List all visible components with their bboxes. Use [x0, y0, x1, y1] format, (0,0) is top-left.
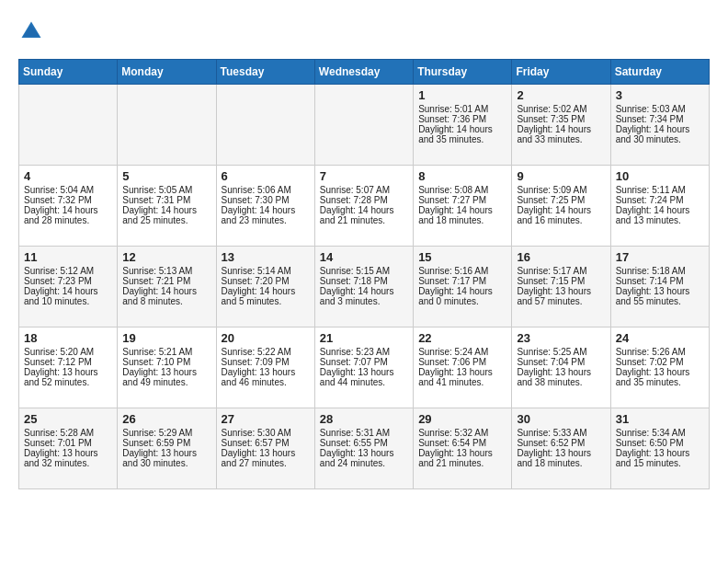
day-number: 22 [418, 331, 506, 345]
day-info: Sunset: 7:06 PM [418, 357, 506, 367]
day-info: Sunrise: 5:15 AM [320, 266, 408, 276]
calendar-cell: 14Sunrise: 5:15 AMSunset: 7:18 PMDayligh… [314, 247, 413, 327]
day-info: Daylight: 14 hours [320, 286, 408, 296]
day-info: Sunrise: 5:34 AM [616, 428, 704, 438]
day-info: Sunrise: 5:16 AM [418, 266, 506, 276]
day-info: Sunset: 7:15 PM [517, 276, 605, 286]
calendar-cell: 7Sunrise: 5:07 AMSunset: 7:28 PMDaylight… [314, 166, 413, 247]
day-number: 3 [616, 88, 704, 102]
day-info: Sunrise: 5:03 AM [616, 104, 704, 114]
calendar-cell: 5Sunrise: 5:05 AMSunset: 7:31 PMDaylight… [118, 166, 216, 247]
calendar-cell: 13Sunrise: 5:14 AMSunset: 7:20 PMDayligh… [216, 247, 314, 327]
calendar-cell: 23Sunrise: 5:25 AMSunset: 7:04 PMDayligh… [512, 327, 610, 408]
calendar-cell [216, 85, 314, 166]
day-info: Daylight: 14 hours [418, 286, 506, 296]
day-number: 29 [418, 412, 506, 426]
calendar-cell: 26Sunrise: 5:29 AMSunset: 6:59 PMDayligh… [118, 408, 216, 489]
day-info: Daylight: 13 hours [517, 448, 605, 458]
calendar-cell: 29Sunrise: 5:32 AMSunset: 6:54 PMDayligh… [414, 408, 512, 489]
calendar-cell: 8Sunrise: 5:08 AMSunset: 7:27 PMDaylight… [414, 166, 512, 247]
day-number: 27 [222, 412, 310, 426]
day-header-saturday: Saturday [610, 60, 709, 85]
day-info: and 21 minutes. [418, 458, 506, 468]
day-number: 16 [517, 250, 605, 264]
calendar-cell: 21Sunrise: 5:23 AMSunset: 7:07 PMDayligh… [314, 327, 413, 408]
day-info: Daylight: 14 hours [122, 286, 210, 296]
day-info: and 16 minutes. [517, 215, 605, 225]
day-info: Sunset: 7:18 PM [320, 276, 408, 286]
day-info: and 24 minutes. [320, 458, 408, 468]
day-info: Sunrise: 5:01 AM [418, 104, 506, 114]
day-info: Sunset: 7:30 PM [222, 195, 310, 205]
day-info: and 38 minutes. [517, 377, 605, 387]
day-info: Daylight: 14 hours [616, 205, 704, 215]
week-row-3: 11Sunrise: 5:12 AMSunset: 7:23 PMDayligh… [19, 247, 710, 327]
day-info: Daylight: 13 hours [24, 367, 112, 377]
day-info: Daylight: 13 hours [24, 448, 112, 458]
day-info: Daylight: 13 hours [418, 367, 506, 377]
day-info: Sunrise: 5:33 AM [517, 428, 605, 438]
day-info: Daylight: 13 hours [122, 367, 210, 377]
day-number: 14 [320, 250, 408, 264]
day-info: Sunrise: 5:32 AM [418, 428, 506, 438]
day-number: 20 [222, 331, 310, 345]
day-info: and 3 minutes. [320, 296, 408, 306]
day-info: and 57 minutes. [517, 296, 605, 306]
header-row: SundayMondayTuesdayWednesdayThursdayFrid… [19, 60, 710, 85]
day-info: and 10 minutes. [24, 296, 112, 306]
day-number: 5 [122, 169, 210, 183]
calendar-cell: 18Sunrise: 5:20 AMSunset: 7:12 PMDayligh… [19, 327, 118, 408]
day-info: Sunrise: 5:04 AM [24, 185, 112, 195]
calendar-cell [19, 85, 118, 166]
day-info: Sunrise: 5:02 AM [517, 104, 605, 114]
day-info: Daylight: 14 hours [122, 205, 210, 215]
day-info: Sunset: 7:31 PM [122, 195, 210, 205]
day-info: Daylight: 13 hours [122, 448, 210, 458]
calendar-cell: 12Sunrise: 5:13 AMSunset: 7:21 PMDayligh… [118, 247, 216, 327]
day-header-friday: Friday [512, 60, 610, 85]
day-number: 19 [122, 331, 210, 345]
week-row-5: 25Sunrise: 5:28 AMSunset: 7:01 PMDayligh… [19, 408, 710, 489]
calendar-cell: 10Sunrise: 5:11 AMSunset: 7:24 PMDayligh… [610, 166, 709, 247]
day-info: and 15 minutes. [616, 458, 704, 468]
day-info: Sunset: 7:32 PM [24, 195, 112, 205]
day-info: Daylight: 14 hours [418, 124, 506, 134]
day-info: Sunrise: 5:30 AM [222, 428, 310, 438]
calendar-cell: 3Sunrise: 5:03 AMSunset: 7:34 PMDaylight… [610, 85, 709, 166]
day-info: Sunset: 6:50 PM [616, 438, 704, 448]
day-info: Sunrise: 5:18 AM [616, 266, 704, 276]
day-header-thursday: Thursday [414, 60, 512, 85]
day-info: Sunset: 7:10 PM [122, 357, 210, 367]
day-info: Sunrise: 5:23 AM [320, 347, 408, 357]
calendar-cell: 19Sunrise: 5:21 AMSunset: 7:10 PMDayligh… [118, 327, 216, 408]
day-info: and 33 minutes. [517, 134, 605, 144]
day-number: 11 [24, 250, 112, 264]
week-row-1: 1Sunrise: 5:01 AMSunset: 7:36 PMDaylight… [19, 85, 710, 166]
day-info: Daylight: 13 hours [320, 448, 408, 458]
day-info: Sunrise: 5:06 AM [222, 185, 310, 195]
day-info: and 27 minutes. [222, 458, 310, 468]
day-info: Sunrise: 5:05 AM [122, 185, 210, 195]
day-info: Sunset: 6:52 PM [517, 438, 605, 448]
day-number: 26 [122, 412, 210, 426]
day-number: 23 [517, 331, 605, 345]
day-info: and 13 minutes. [616, 215, 704, 225]
day-info: and 46 minutes. [222, 377, 310, 387]
day-info: Daylight: 14 hours [222, 286, 310, 296]
day-number: 9 [517, 169, 605, 183]
day-info: and 35 minutes. [418, 134, 506, 144]
day-info: and 18 minutes. [517, 458, 605, 468]
day-info: Sunrise: 5:26 AM [616, 347, 704, 357]
day-info: Sunrise: 5:17 AM [517, 266, 605, 276]
day-number: 21 [320, 331, 408, 345]
day-info: and 30 minutes. [122, 458, 210, 468]
day-info: Sunrise: 5:13 AM [122, 266, 210, 276]
day-info: Sunrise: 5:25 AM [517, 347, 605, 357]
calendar-cell: 9Sunrise: 5:09 AMSunset: 7:25 PMDaylight… [512, 166, 610, 247]
day-info: Daylight: 14 hours [222, 205, 310, 215]
calendar-cell: 6Sunrise: 5:06 AMSunset: 7:30 PMDaylight… [216, 166, 314, 247]
day-info: Sunset: 7:24 PM [616, 195, 704, 205]
day-info: Sunset: 7:04 PM [517, 357, 605, 367]
day-info: and 5 minutes. [222, 296, 310, 306]
week-row-2: 4Sunrise: 5:04 AMSunset: 7:32 PMDaylight… [19, 166, 710, 247]
